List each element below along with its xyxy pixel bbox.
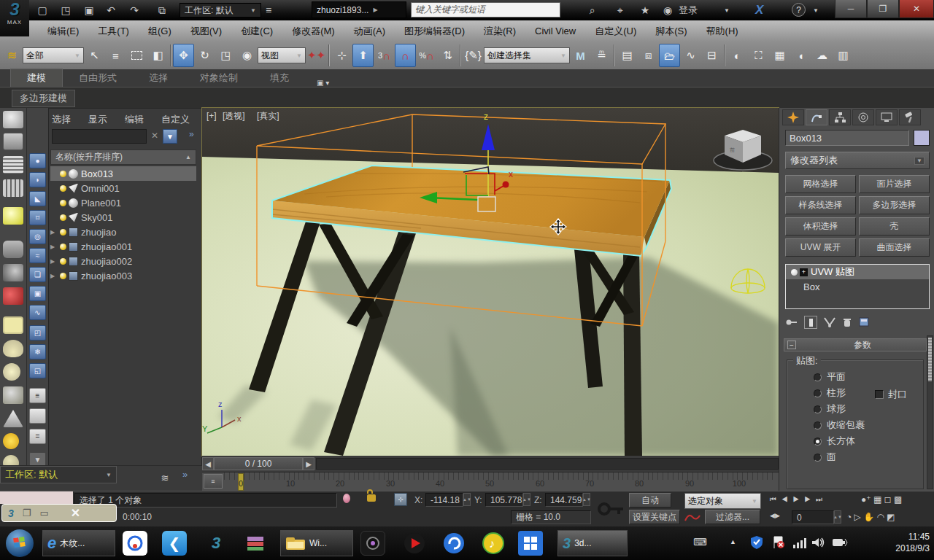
taskbar-clock[interactable]: 11:45 2018/9/3: [895, 531, 930, 554]
taskbar-camera-app[interactable]: [360, 531, 385, 556]
workspace-selector[interactable]: 工作区: 默认▼: [0, 466, 117, 483]
recorder-window-icon[interactable]: ▭: [39, 508, 48, 518]
ribbon-tab-populate[interactable]: 填充: [254, 69, 305, 87]
current-frame-field[interactable]: 0: [792, 510, 834, 524]
z-spinner[interactable]: ▲▼: [583, 493, 590, 506]
select-by-name-icon[interactable]: ≡: [105, 44, 126, 67]
x-coordinate-field[interactable]: -114.18: [425, 493, 463, 507]
taskbar-potplayer[interactable]: [400, 530, 429, 556]
x-spinner[interactable]: ▲▼: [463, 493, 471, 506]
light-keys-icon[interactable]: [3, 207, 23, 225]
tab-display[interactable]: [876, 109, 898, 125]
uvw-unwrap-button[interactable]: UVW 展开: [785, 238, 856, 257]
taskbar-video-app[interactable]: [518, 531, 543, 556]
shell-button[interactable]: 壳: [859, 217, 930, 236]
menu-modifiers[interactable]: 修改器(M): [282, 25, 344, 38]
prev-frame-button[interactable]: ◀: [202, 457, 214, 470]
next-frame-button[interactable]: ▶: [303, 457, 314, 470]
vol-select-button[interactable]: 体积选择: [785, 217, 856, 236]
dome-primitive-icon[interactable]: [3, 340, 23, 357]
sign-in-label[interactable]: 登录: [679, 4, 698, 20]
cap-checkbox[interactable]: 封口: [875, 388, 907, 401]
tab-modify[interactable]: [806, 109, 827, 125]
time-slider-handle[interactable]: 0 / 100: [214, 457, 303, 470]
pin-stack-icon[interactable]: [785, 316, 798, 328]
cone-icon[interactable]: [3, 410, 23, 427]
render-preview-icon[interactable]: [3, 133, 23, 150]
explorer-row-sky001[interactable]: Sky001: [50, 210, 196, 225]
help-caret-icon[interactable]: ▼: [811, 2, 820, 18]
tray-keyboard-icon[interactable]: ⌨: [693, 537, 707, 548]
taskbar-explorer[interactable]: Wi...: [280, 530, 353, 556]
doc-lines-icon[interactable]: ≡: [29, 388, 46, 403]
angle-snap-icon[interactable]: ∩: [395, 44, 416, 67]
taskbar-3dsmax[interactable]: 3: [201, 530, 231, 556]
tray-shield-icon[interactable]: [750, 535, 763, 553]
wire-teapot-icon[interactable]: [3, 386, 23, 404]
parameters-rollout[interactable]: −参数: [784, 338, 927, 351]
playback-controls[interactable]: ⏮ ◀ ▶ ▶ ⏭: [770, 495, 824, 504]
auto-key-button[interactable]: 自动: [629, 493, 671, 508]
communication-icon[interactable]: ⌖: [611, 2, 629, 18]
percent-snap-icon[interactable]: %∩: [416, 44, 437, 67]
stack-row-uvw-map[interactable]: +UVW 贴图: [786, 265, 929, 279]
workspace-menu-icon[interactable]: ≡: [263, 2, 274, 18]
taskbar-3dsmax-active[interactable]: 3 3d...: [557, 530, 628, 556]
filter-frozen-icon[interactable]: ❄: [29, 344, 46, 359]
mirror-icon[interactable]: M: [570, 44, 591, 67]
filter-geometry-icon[interactable]: ●: [29, 153, 46, 168]
track-bar[interactable]: ≡ 0 10 20 30 40 50 60 70 80 90 100: [202, 472, 779, 491]
clear-search-icon[interactable]: ✕: [151, 131, 158, 141]
filter-cameras-icon[interactable]: ⌑: [29, 210, 46, 225]
explorer-row-zhuojiao[interactable]: ▶zhuojiao: [50, 225, 196, 239]
render-icon[interactable]: ◖: [790, 44, 811, 67]
scene-explorer-icon[interactable]: 🗁: [659, 44, 680, 67]
project-name-field[interactable]: zhuozi1893...▶: [312, 1, 406, 18]
show-end-result-icon[interactable]: [804, 316, 817, 329]
radio-face[interactable]: 面: [814, 449, 836, 465]
frame-spinner[interactable]: ▲▼: [834, 510, 841, 524]
make-unique-icon[interactable]: [823, 316, 836, 328]
undo-icon[interactable]: ↶: [102, 2, 120, 18]
filter-lights-icon[interactable]: ◣: [29, 191, 46, 206]
key-mode-icon[interactable]: ●⁺ ▦ ◻ ▩: [861, 494, 902, 505]
help-icon[interactable]: ?: [792, 3, 806, 17]
key-step-buttons[interactable]: ◀▶: [770, 512, 780, 519]
menu-help[interactable]: 帮助(H): [697, 25, 748, 38]
camera-icon[interactable]: [3, 241, 23, 258]
maxscript-mini-listener[interactable]: [0, 491, 73, 504]
set-keys-icon[interactable]: [597, 496, 626, 522]
rectangular-selection-icon[interactable]: [126, 44, 147, 67]
explorer-row-zhuojiao001[interactable]: ▶zhuojiao001: [50, 239, 196, 254]
menu-tools[interactable]: 工具(T): [88, 25, 139, 38]
object-color-swatch[interactable]: [914, 130, 930, 146]
filter-groups-icon[interactable]: ❏: [29, 267, 46, 282]
explorer-row-zhuojiao003[interactable]: ▶zhuojiao003: [50, 268, 196, 283]
object-name-field[interactable]: Box013: [785, 130, 909, 146]
mini-curve-editor-icon[interactable]: ≡: [204, 474, 223, 489]
radio-box[interactable]: 长方体: [814, 433, 855, 449]
explorer-menu-display[interactable]: 显示: [88, 113, 107, 126]
default-in-out-tangent-icon[interactable]: [684, 511, 700, 523]
menu-graph-editors[interactable]: 图形编辑器(D): [395, 25, 474, 38]
explorer-row-box013[interactable]: Box013: [50, 166, 196, 181]
explorer-more-icon[interactable]: »: [189, 129, 194, 139]
sphere-primitive-icon[interactable]: [3, 363, 20, 381]
tray-flag-icon[interactable]: [772, 535, 785, 553]
restore-button[interactable]: ❐: [867, 0, 899, 18]
select-object-icon[interactable]: ↖: [84, 44, 105, 67]
render-cloud-icon[interactable]: ☁: [811, 44, 833, 67]
tab-hierarchy[interactable]: [829, 109, 851, 125]
select-and-move-icon[interactable]: ✥: [173, 44, 194, 67]
key-filters-selection-dropdown[interactable]: 选定对象▼: [684, 493, 761, 509]
teapot-icon[interactable]: [3, 111, 23, 128]
spreadsheet-icon[interactable]: [3, 179, 23, 197]
plane-primitive-icon[interactable]: [3, 316, 23, 334]
radio-spherical[interactable]: 球形: [814, 401, 846, 417]
perspective-viewport[interactable]: z x 前: [202, 108, 779, 456]
rendered-frame-icon[interactable]: ▦: [769, 44, 790, 67]
radio-shrinkwrap[interactable]: 收缩包裹: [814, 417, 865, 433]
recorder-overlay[interactable]: 3 ❐ ▭ ✕: [1, 504, 117, 522]
ribbon-tab-modeling[interactable]: 建模: [10, 69, 63, 87]
layer-manager-icon[interactable]: ▤: [617, 44, 638, 67]
